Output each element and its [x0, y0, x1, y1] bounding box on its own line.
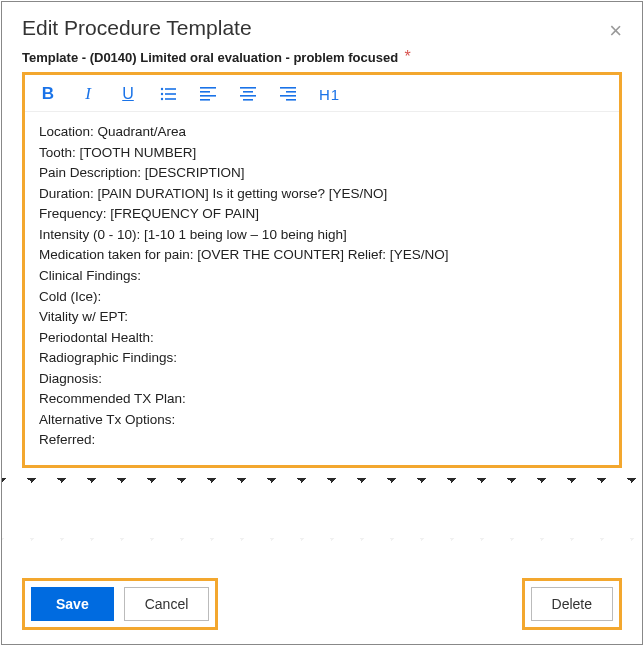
template-line: Cold (Ice): [39, 287, 605, 307]
delete-button[interactable]: Delete [531, 587, 613, 621]
svg-rect-17 [286, 99, 296, 101]
save-button[interactable]: Save [31, 587, 114, 621]
dialog-footer: Save Cancel Delete [22, 578, 622, 630]
svg-rect-13 [243, 99, 253, 101]
svg-rect-16 [280, 95, 296, 97]
template-line: Frequency: [FREQUENCY OF PAIN] [39, 204, 605, 224]
template-line: Recommended TX Plan: [39, 389, 605, 409]
template-line: Tooth: [TOOTH NUMBER] [39, 143, 605, 163]
template-line: Periodontal Health: [39, 328, 605, 348]
svg-rect-7 [200, 91, 210, 93]
template-line: Pain Description: [DESCRIPTION] [39, 163, 605, 183]
template-line: Medication taken for pain: [OVER THE COU… [39, 245, 605, 265]
svg-rect-14 [280, 87, 296, 89]
template-line: Referred: [39, 430, 605, 450]
template-line: Alternative Tx Options: [39, 410, 605, 430]
bold-button[interactable]: B [39, 85, 57, 103]
svg-rect-8 [200, 95, 216, 97]
svg-rect-5 [165, 98, 176, 100]
primary-actions-group: Save Cancel [22, 578, 218, 630]
list-bullet-icon[interactable] [159, 85, 177, 103]
template-line: Diagnosis: [39, 369, 605, 389]
editor-toolbar: B I U H1 [25, 75, 619, 112]
align-right-icon[interactable] [279, 85, 297, 103]
field-label-row: Template - (D0140) Limited oral evaluati… [2, 48, 642, 72]
dialog-title: Edit Procedure Template [22, 16, 622, 40]
svg-point-4 [161, 98, 163, 100]
svg-rect-1 [165, 88, 176, 90]
svg-rect-12 [240, 95, 256, 97]
template-line: Clinical Findings: [39, 266, 605, 286]
template-line: Vitality w/ EPT: [39, 307, 605, 327]
svg-rect-3 [165, 93, 176, 95]
template-field-label: Template - (D0140) Limited oral evaluati… [22, 50, 398, 65]
content-truncation-divider [2, 478, 642, 498]
svg-rect-11 [243, 91, 253, 93]
svg-rect-15 [286, 91, 296, 93]
dialog-header: Edit Procedure Template × [2, 2, 642, 48]
svg-rect-9 [200, 99, 210, 101]
template-line: Location: Quadrant/Area [39, 122, 605, 142]
edit-procedure-template-dialog: Edit Procedure Template × Template - (D0… [1, 1, 643, 645]
underline-button[interactable]: U [119, 85, 137, 103]
italic-button[interactable]: I [79, 85, 97, 103]
svg-rect-6 [200, 87, 216, 89]
danger-actions-group: Delete [522, 578, 622, 630]
template-line: Duration: [PAIN DURATION] Is it getting … [39, 184, 605, 204]
close-icon[interactable]: × [609, 20, 622, 42]
align-left-icon[interactable] [199, 85, 217, 103]
svg-point-2 [161, 93, 163, 95]
heading-button[interactable]: H1 [319, 85, 340, 103]
svg-point-0 [161, 88, 163, 90]
template-line: Intensity (0 - 10): [1-10 1 being low – … [39, 225, 605, 245]
template-editor: B I U H1 Location: Quadrant/Area Tooth: … [22, 72, 622, 468]
svg-rect-10 [240, 87, 256, 89]
template-line: Radiographic Findings: [39, 348, 605, 368]
required-indicator: * [405, 48, 411, 65]
align-center-icon[interactable] [239, 85, 257, 103]
template-textarea[interactable]: Location: Quadrant/Area Tooth: [TOOTH NU… [25, 112, 619, 465]
cancel-button[interactable]: Cancel [124, 587, 210, 621]
content-truncation-divider-light [2, 538, 642, 556]
